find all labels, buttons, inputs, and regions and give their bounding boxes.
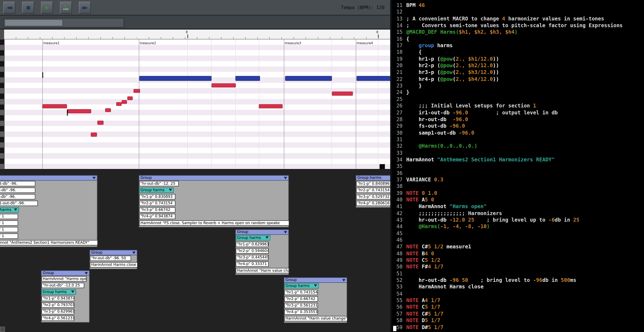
zoom-scrollbar-thumb[interactable] <box>4 19 63 26</box>
panel-title-bar[interactable]: Group <box>90 250 137 255</box>
collapse-triangle-icon[interactable] <box>284 231 287 234</box>
param-value[interactable]: "hr1-p" 0.943874 <box>42 296 74 301</box>
line-number: 40 <box>392 197 402 203</box>
collapse-triangle-icon[interactable] <box>169 189 172 191</box>
param-value[interactable]: "hr3-p" 0.629961 <box>42 309 74 314</box>
note[interactable] <box>105 108 111 112</box>
group-harms-header[interactable]: Group harms <box>139 188 174 193</box>
collapse-triangle-icon[interactable] <box>342 279 346 282</box>
group-harms-header[interactable]: Group harms <box>42 289 76 295</box>
code-line: 48NOTE B4 0 <box>392 250 644 257</box>
note[interactable] <box>332 91 353 95</box>
note[interactable] <box>127 96 133 100</box>
param-value[interactable]: "hr2-p" 0.743154 <box>356 188 390 193</box>
code-line: 28 hr-out-db -96.0 <box>392 116 644 123</box>
collapse-triangle-icon[interactable] <box>265 236 269 239</box>
panel-title-bar[interactable]: Group harms <box>356 175 390 181</box>
panel-title-bar[interactable]: Group <box>235 229 289 235</box>
param-value[interactable]: "fs-out-db" -96. <box>0 194 36 199</box>
param-value[interactable]: "hr1-p" 0.830893 <box>139 194 175 199</box>
line-number: 29 <box>392 123 402 130</box>
code-line: 49NOTE C5 1/2 <box>392 257 644 264</box>
fast-forward-button[interactable]: ▶▶ <box>79 1 91 13</box>
panel-title-bar[interactable]: Group <box>284 278 347 283</box>
harmonizer-note[interactable] <box>139 76 212 81</box>
timeline-ruler[interactable]: 88 <box>0 29 390 39</box>
param-value[interactable]: "hr3-p" 0.445449 <box>236 255 269 260</box>
play-from-start-button[interactable]: ▶START <box>60 1 72 13</box>
group-harms-header[interactable]: Group harms <box>236 235 270 240</box>
param-value[interactable]: "samp1-out-db" -96. <box>0 201 38 206</box>
param-value[interactable]: "hr4-p" 0.561231 <box>42 316 74 321</box>
panel-title-bar[interactable]: Group <box>0 175 98 181</box>
param-value[interactable]: "hr4-p" 0.943874 <box>139 214 175 219</box>
scroll-corner[interactable] <box>380 164 385 169</box>
panel-title-bar[interactable]: Group <box>139 175 289 181</box>
param-value[interactable]: "hr2-p" 0.793701 <box>42 303 74 308</box>
measure-line <box>139 39 139 169</box>
param-value[interactable]: "hr-out-db" -12.0 25 <box>42 283 84 288</box>
note[interactable] <box>212 83 236 87</box>
param-value[interactable]: "hr2-p" 0.743154 <box>139 201 175 206</box>
zoom-scrollbar[interactable] <box>3 18 124 27</box>
action-group-panel: Group harms"hr1-p" 0.840896"hr2-p" 0.743… <box>356 175 390 208</box>
note[interactable] <box>98 121 104 125</box>
param-value[interactable]: "hr3-p" 0.529732 <box>356 194 390 199</box>
code-line: 25 <box>392 96 644 103</box>
param-value[interactable]: "hr2-p" 0.66742 <box>284 296 318 302</box>
code-line: 53 HarmAnnot Harms close <box>392 284 644 291</box>
param-value[interactable]: "hr3-p" 0.561231 <box>284 303 318 308</box>
param-value[interactable]: "hr-out-db" -96. <box>0 188 36 193</box>
collapse-triangle-icon[interactable] <box>132 252 136 254</box>
param-value[interactable]: "hr1-p" 0.743154 <box>284 290 318 295</box>
tempo-display: Tempo (BPM): 120 <box>341 5 384 10</box>
param-value[interactable]: "hr4-p" 0.353553 <box>284 310 318 315</box>
collapse-triangle-icon[interactable] <box>314 284 317 287</box>
note[interactable] <box>134 89 140 93</box>
play-button[interactable]: ▶ <box>41 1 53 13</box>
note[interactable] <box>67 109 91 113</box>
param-value[interactable]: "hr4-p" 0.280616 <box>356 201 390 206</box>
code-editor[interactable]: 11BPM 461213; A convenient MACRO to chan… <box>392 0 644 332</box>
pane-divider[interactable] <box>390 0 392 332</box>
stop-button[interactable]: ■ <box>22 1 34 13</box>
collapse-triangle-icon[interactable] <box>92 177 96 179</box>
line-number: 39 <box>392 190 402 197</box>
collapse-triangle-icon[interactable] <box>14 209 17 211</box>
param-value[interactable]: "hr2-p" 0.594604 <box>236 248 269 254</box>
param-value[interactable]: "ir1-out-db" -96. <box>0 181 36 186</box>
param-value[interactable]: "hr1-p" 0.629961 <box>236 242 269 247</box>
param-value[interactable]: "hr2-p" 1 <box>0 220 18 226</box>
param-value[interactable]: "hr1-p" 1 <box>0 214 18 219</box>
note[interactable] <box>91 132 97 136</box>
line-number: 18 <box>392 49 402 56</box>
note[interactable] <box>259 104 282 108</box>
harmonizer-note[interactable] <box>356 76 390 81</box>
line-number: 54 <box>392 291 402 297</box>
piano-roll[interactable]: measure1measure2measure3measure4 <box>0 39 390 170</box>
beat-line <box>332 39 332 169</box>
param-value[interactable]: "hr-out-db" -12. 25 <box>139 181 178 186</box>
collapse-triangle-icon[interactable] <box>84 272 88 275</box>
rewind-button[interactable]: ◀◀ <box>3 1 15 13</box>
param-value[interactable]: "hr3-p" 0.66742 <box>139 207 175 213</box>
line-number: 41 <box>392 203 402 210</box>
param-value[interactable]: "hr4-p" 0.33371 <box>236 262 269 267</box>
note[interactable] <box>116 102 122 106</box>
note[interactable] <box>122 100 127 104</box>
harmonizer-note[interactable] <box>235 76 260 81</box>
param-value[interactable]: "hr3-p" 1 <box>0 227 18 232</box>
collapse-triangle-icon[interactable] <box>71 291 74 293</box>
collapse-triangle-icon[interactable] <box>284 177 287 179</box>
group-harms-header[interactable]: Group harms <box>284 283 319 288</box>
group-harms-header[interactable]: Group harms <box>0 207 19 213</box>
param-value[interactable]: "hr-out-db" -96. 50 <box>90 256 131 261</box>
note[interactable] <box>42 104 67 108</box>
annotation-row: HarmAnnot "Harm value change" <box>284 316 348 321</box>
code-line: 17 group harms <box>392 42 644 49</box>
measure-label: measure2 <box>140 41 156 45</box>
param-value[interactable]: "hr4-p" 1 <box>0 233 18 239</box>
panel-title-bar[interactable]: Group <box>41 271 90 276</box>
param-value[interactable]: "hr1-p" 0.840896 <box>356 181 390 186</box>
harmonizer-note[interactable] <box>285 76 332 81</box>
